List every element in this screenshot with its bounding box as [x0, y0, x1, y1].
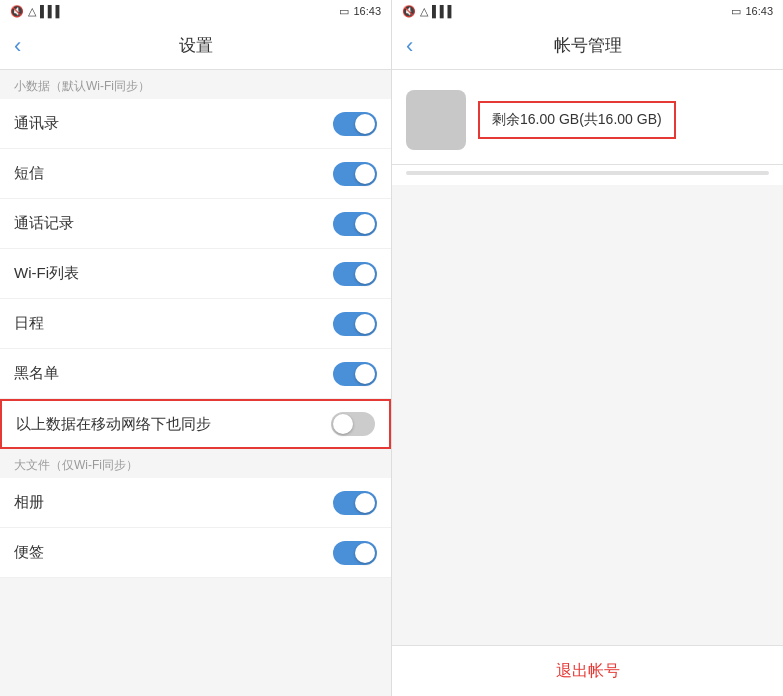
blacklist-label: 黑名单: [14, 364, 59, 383]
r-wifi-icon: △: [420, 5, 428, 18]
storage-info-text: 剩余16.00 GB(共16.00 GB): [492, 111, 662, 129]
schedule-label: 日程: [14, 314, 44, 333]
contacts-label: 通讯录: [14, 114, 59, 133]
settings-header: ‹ 设置: [0, 22, 391, 70]
r-volume-icon: 🔇: [402, 5, 416, 18]
account-back-button[interactable]: ‹: [406, 35, 413, 57]
status-bars: 🔇 △ ▌▌▌ ▭ 16:43 🔇 △ ▌▌▌ ▭ 16:43: [0, 0, 783, 22]
call-log-item: 通话记录: [0, 199, 391, 249]
left-status-icons: 🔇 △ ▌▌▌: [10, 5, 63, 18]
main-panels: ‹ 设置 小数据（默认Wi-Fi同步） 通讯录 短信 通话记录 Wi-Fi列表: [0, 22, 783, 696]
logout-button[interactable]: 退出帐号: [392, 646, 783, 696]
signal-icon: ▌▌▌: [40, 5, 63, 17]
section1-label: 小数据（默认Wi-Fi同步）: [0, 70, 391, 99]
album-toggle[interactable]: [333, 491, 377, 515]
blacklist-toggle[interactable]: [333, 362, 377, 386]
storage-bar: [406, 171, 769, 175]
storage-bar-section: [392, 165, 783, 185]
r-signal-icon: ▌▌▌: [432, 5, 455, 17]
settings-title: 设置: [179, 34, 213, 57]
storage-info-box: 剩余16.00 GB(共16.00 GB): [478, 101, 676, 139]
schedule-item: 日程: [0, 299, 391, 349]
right-status-right: ▭ 16:43: [731, 5, 773, 18]
album-label: 相册: [14, 493, 44, 512]
notes-item: 便签: [0, 528, 391, 578]
section2-label: 大文件（仅Wi-Fi同步）: [0, 449, 391, 478]
account-spacer: [392, 185, 783, 645]
sms-item: 短信: [0, 149, 391, 199]
wifi-list-item: Wi-Fi列表: [0, 249, 391, 299]
blacklist-item: 黑名单: [0, 349, 391, 399]
small-data-list: 通讯录 短信 通话记录 Wi-Fi列表 日程: [0, 99, 391, 449]
left-status-bar: 🔇 △ ▌▌▌ ▭ 16:43: [0, 0, 391, 22]
wifi-list-label: Wi-Fi列表: [14, 264, 79, 283]
right-status-bar: 🔇 △ ▌▌▌ ▭ 16:43: [392, 0, 783, 22]
call-log-toggle[interactable]: [333, 212, 377, 236]
left-time: 16:43: [353, 5, 381, 17]
account-content: 剩余16.00 GB(共16.00 GB) 退出帐号: [392, 70, 783, 696]
settings-back-button[interactable]: ‹: [14, 35, 21, 57]
account-avatar-section: 剩余16.00 GB(共16.00 GB): [392, 70, 783, 165]
contacts-toggle[interactable]: [333, 112, 377, 136]
account-title: 帐号管理: [554, 34, 622, 57]
account-panel: ‹ 帐号管理 剩余16.00 GB(共16.00 GB) 退出帐号: [392, 22, 783, 696]
large-data-list: 相册 便签: [0, 478, 391, 578]
right-time: 16:43: [745, 5, 773, 17]
call-log-label: 通话记录: [14, 214, 74, 233]
notes-toggle[interactable]: [333, 541, 377, 565]
battery-icon: ▭: [339, 5, 349, 18]
schedule-toggle[interactable]: [333, 312, 377, 336]
mobile-sync-toggle[interactable]: [331, 412, 375, 436]
avatar: [406, 90, 466, 150]
r-battery-icon: ▭: [731, 5, 741, 18]
wifi-icon: △: [28, 5, 36, 18]
account-header: ‹ 帐号管理: [392, 22, 783, 70]
notes-label: 便签: [14, 543, 44, 562]
sms-toggle[interactable]: [333, 162, 377, 186]
logout-section: 退出帐号: [392, 645, 783, 696]
mobile-sync-item: 以上数据在移动网络下也同步: [0, 399, 391, 449]
contacts-item: 通讯录: [0, 99, 391, 149]
right-status-icons: 🔇 △ ▌▌▌: [402, 5, 455, 18]
volume-icon: 🔇: [10, 5, 24, 18]
left-status-right: ▭ 16:43: [339, 5, 381, 18]
wifi-list-toggle[interactable]: [333, 262, 377, 286]
album-item: 相册: [0, 478, 391, 528]
settings-panel: ‹ 设置 小数据（默认Wi-Fi同步） 通讯录 短信 通话记录 Wi-Fi列表: [0, 22, 392, 696]
mobile-sync-label: 以上数据在移动网络下也同步: [16, 415, 211, 434]
sms-label: 短信: [14, 164, 44, 183]
